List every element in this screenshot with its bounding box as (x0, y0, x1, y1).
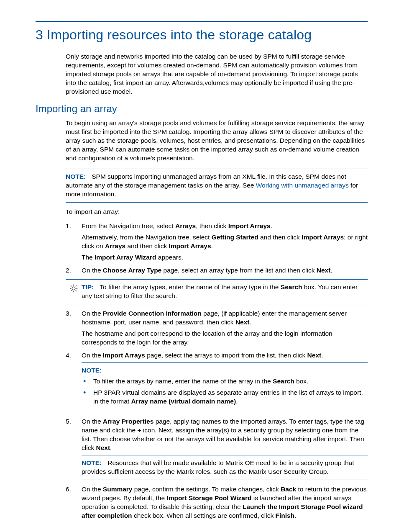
svg-line-5 (71, 285, 72, 286)
note-label: NOTE: (82, 366, 362, 375)
chapter-intro: Only storage and networks imported into … (66, 52, 368, 96)
tip-body: TIP:To filter the array types, enter the… (82, 283, 368, 301)
step-6: On the Summary page, confirm the setting… (66, 485, 368, 520)
step-5: On the Array Properties page, apply tag … (66, 417, 368, 480)
note-unmanaged: NOTE:SPM supports importing unmanaged ar… (66, 169, 368, 203)
svg-line-8 (76, 285, 77, 286)
link-unmanaged-arrays[interactable]: Working with unmanaged arrays (256, 182, 349, 189)
tip-box: TIP:To filter the array types, enter the… (66, 279, 368, 304)
chapter-title: Importing resources into the storage cat… (47, 27, 312, 42)
chapter-heading: 3 Importing resources into the storage c… (36, 26, 368, 44)
note-label: NOTE: (66, 173, 86, 180)
step-1-result: The Import Array Wizard appears. (82, 253, 368, 262)
chapter-number: 3 (36, 27, 43, 42)
svg-point-0 (72, 287, 75, 290)
note-text: Resources that will be made available to… (82, 459, 354, 475)
step-3-sub: The hostname and port correspond to the … (82, 329, 368, 347)
step-1-alt: Alternatively, from the Navigation tree,… (82, 233, 368, 251)
step-4-note: NOTE: To filter the arrays by name, ente… (82, 362, 368, 413)
section-heading: Importing an array (36, 102, 368, 116)
step-3: On the Provide Connection Information pa… (66, 309, 368, 347)
steps-list: From the Navigation tree, select Arrays,… (66, 222, 368, 275)
svg-line-7 (71, 290, 72, 291)
bullet-filter: To filter the arrays by name, enter the … (93, 377, 368, 386)
step-2: On the Choose Array Type page, select an… (66, 266, 368, 275)
step-1: From the Navigation tree, select Arrays,… (66, 222, 368, 262)
step-4: On the Import Arrays page, select the ar… (66, 351, 368, 413)
svg-line-6 (76, 290, 77, 291)
step-5-note: NOTE:Resources that will be made availab… (82, 455, 368, 480)
tip-icon (66, 283, 82, 301)
tip-label: TIP: (82, 283, 94, 290)
section-intro: To begin using an array's storage pools … (66, 119, 368, 163)
steps-list-cont: On the Provide Connection Information pa… (66, 309, 368, 520)
bullet-3par: HP 3PAR virtual domains are displayed as… (93, 388, 368, 406)
lead-in: To import an array: (66, 208, 368, 216)
note-label: NOTE: (82, 459, 102, 466)
top-rule (36, 21, 368, 22)
